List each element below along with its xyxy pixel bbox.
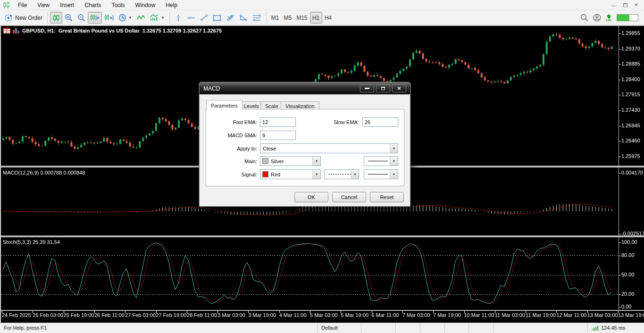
macd-axis-label: -0.002517 [621, 231, 644, 236]
timeframe-m15-button[interactable]: M15 [294, 12, 309, 24]
main-line-label: Main: [209, 157, 257, 166]
close-window-icon[interactable]: ✕ [634, 2, 638, 8]
dialog-minimize-icon[interactable] [360, 84, 374, 92]
time-axis-label: 12 Mar 11:00 [556, 312, 586, 318]
period-clock-button[interactable]: ▼ [116, 12, 134, 24]
zoom-in-button[interactable] [62, 12, 75, 24]
status-empty-cell [361, 323, 395, 333]
time-axis-label: 13 Mar 03:00 [587, 312, 618, 318]
fast-ema-input[interactable] [260, 117, 296, 127]
time-axis-label: 25 Feb 19:00 [64, 312, 94, 318]
minimize-window-icon[interactable]: — [611, 2, 617, 8]
tab-parameters[interactable]: Parameters [206, 100, 243, 110]
triangle-shape-icon [239, 14, 248, 21]
channel-tool-button[interactable] [250, 12, 264, 24]
fibonacci-tool-button[interactable] [224, 12, 237, 24]
zoom-in-icon [65, 14, 73, 22]
timeframe-h4-button[interactable]: H4 [322, 12, 335, 24]
price-axis-label: 1.28885 [621, 61, 640, 67]
dialog-title-bar[interactable]: MACD ✕ [200, 83, 410, 94]
status-empty-cell [395, 323, 420, 333]
chevron-down-icon: ▼ [312, 170, 320, 179]
status-empty-cell [493, 323, 587, 333]
chart-symbol-title: GBPUSD, H1: Great Britain Pound vs US Do… [22, 28, 222, 33]
new-order-button[interactable]: New Order [3, 12, 45, 24]
slow-ema-input[interactable] [362, 117, 398, 127]
new-order-label: New Order [15, 15, 42, 21]
indicators-icon [150, 14, 159, 21]
chevron-down-icon: ▼ [390, 170, 398, 179]
time-axis-label: 5 Mar 19:00 [341, 312, 368, 318]
signal-style-select[interactable]: ▼ [324, 169, 359, 179]
ok-button[interactable]: OK [294, 192, 328, 202]
menu-charts[interactable]: Charts [79, 0, 106, 10]
clock-icon [118, 14, 126, 22]
price-axis-label: 1.26945 [621, 123, 640, 128]
macd-sma-input[interactable] [260, 131, 296, 140]
dialog-restore-icon[interactable] [376, 84, 390, 92]
status-profile[interactable]: Default [317, 323, 361, 333]
account-profile-icon[interactable] [593, 14, 601, 22]
main-width-select[interactable]: ▼ [364, 156, 398, 166]
timeframe-h1-button[interactable]: H1 [310, 12, 322, 24]
time-axis-label: 26 Feb 11:00 [94, 312, 125, 318]
menu-insert[interactable]: Insert [55, 0, 79, 10]
timeframe-m5-button[interactable]: M5 [282, 12, 294, 24]
zoom-out-icon [77, 14, 85, 22]
time-axis-label: 11 Mar 19:00 [526, 312, 556, 318]
menu-bar: File View Insert Charts Tools Window Hel… [0, 0, 644, 10]
chart-shift-button[interactable] [102, 12, 116, 24]
status-connection[interactable]: 124.45 ms [587, 323, 644, 333]
timeframe-m1-button[interactable]: M1 [269, 12, 282, 24]
menu-file[interactable]: File [13, 0, 32, 10]
time-axis-label: 10 Mar 11:00 [464, 312, 494, 318]
fast-ema-label: Fast EMA: [209, 117, 257, 127]
signal-color-select[interactable]: Red ▼ [260, 169, 321, 179]
channel-lines-icon [252, 14, 261, 21]
chevron-down-icon: ▼ [390, 157, 398, 166]
indicators-button[interactable]: ▼ [148, 12, 167, 24]
cancel-button[interactable]: Cancel [332, 192, 366, 202]
rectangle-shape-icon [213, 15, 221, 21]
stoch-indicator-label: Stoch(5,3,3) 25.39 31.54 [3, 239, 60, 245]
time-axis-label: 13 Mar 19:00 [618, 312, 644, 318]
dialog-window-buttons: ✕ [360, 84, 406, 92]
time-axis-label: 3 Mar 19:00 [248, 312, 276, 318]
status-empty-cell [420, 323, 444, 333]
auto-scroll-button[interactable] [88, 12, 102, 24]
window-controls: — ✕ [611, 2, 644, 8]
reset-button[interactable]: Reset [370, 192, 404, 202]
vertical-line-tool-button[interactable] [172, 12, 184, 24]
chevron-down-icon: ▼ [390, 144, 398, 153]
menu-window[interactable]: Window [130, 0, 161, 10]
status-empty-cell [468, 323, 493, 333]
toolbar-separator [266, 12, 267, 24]
apply-to-select[interactable]: Close ▼ [260, 143, 398, 153]
menu-tools[interactable]: Tools [107, 0, 130, 10]
status-empty-cell [444, 323, 468, 333]
zoom-out-button[interactable] [75, 12, 88, 24]
horizontal-line-icon [187, 15, 195, 21]
dialog-close-icon[interactable]: ✕ [392, 84, 406, 92]
signal-width-select[interactable]: ▼ [364, 169, 398, 179]
tick-chart-button[interactable] [134, 12, 148, 24]
market-watch-icon [3, 28, 10, 33]
trendline-tool-button[interactable] [198, 12, 210, 24]
horizontal-line-tool-button[interactable] [184, 12, 198, 24]
main-color-select[interactable]: Silver ▼ [260, 156, 321, 166]
new-order-icon [5, 14, 13, 21]
level-up-icon[interactable]: LVL [606, 14, 612, 22]
menu-help[interactable]: Help [160, 0, 183, 10]
candlestick-chart-button[interactable] [50, 12, 62, 24]
vertical-line-icon [175, 14, 182, 22]
restore-window-icon[interactable] [623, 3, 627, 7]
menu-view[interactable]: View [32, 0, 55, 10]
chart-shift-icon [104, 14, 114, 22]
shapes-tool-button[interactable] [210, 12, 224, 24]
triangle-tool-button[interactable] [237, 12, 250, 24]
app-logo-icon [3, 2, 10, 8]
dialog-title: MACD [203, 85, 220, 92]
search-icon[interactable] [580, 14, 588, 22]
time-axis-label: 27 Feb 19:00 [156, 312, 187, 318]
price-axis-label: 1.27430 [621, 107, 640, 113]
